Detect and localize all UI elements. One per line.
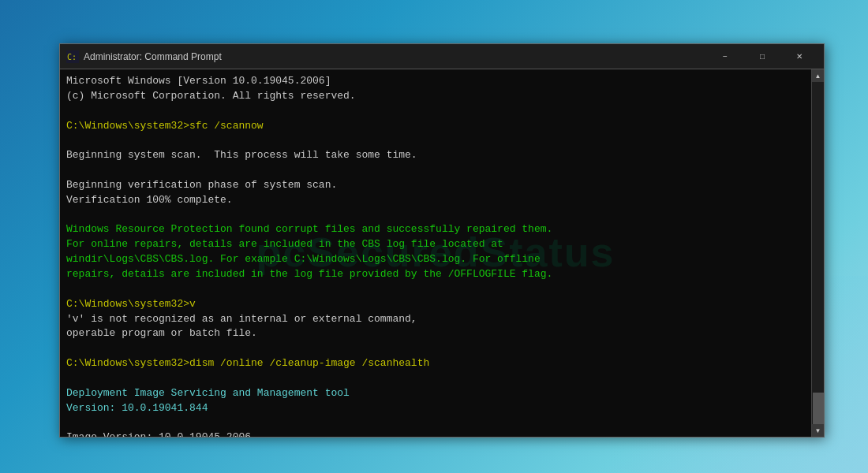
command-prompt-window: C: Administrator: Command Prompt − □ ✕ p… <box>59 43 825 438</box>
restore-button[interactable]: □ <box>744 44 780 69</box>
scroll-up-arrow[interactable]: ▲ <box>812 69 825 82</box>
svg-text:C:: C: <box>67 53 77 61</box>
terminal-output[interactable]: pcSecuredStatus Microsoft Windows [Versi… <box>60 69 811 437</box>
window-controls: − □ ✕ <box>707 44 817 69</box>
terminal-lines: Microsoft Windows [Version 10.0.19045.20… <box>66 74 805 437</box>
minimize-button[interactable]: − <box>707 44 743 69</box>
title-bar: C: Administrator: Command Prompt − □ ✕ <box>60 44 824 69</box>
scroll-thumb[interactable] <box>813 393 824 424</box>
terminal-body: pcSecuredStatus Microsoft Windows [Versi… <box>60 69 824 437</box>
window-title: Administrator: Command Prompt <box>84 51 707 62</box>
scrollbar[interactable]: ▲ ▼ <box>811 69 824 437</box>
scroll-down-arrow[interactable]: ▼ <box>812 424 825 437</box>
cmd-icon: C: <box>66 50 79 63</box>
close-button[interactable]: ✕ <box>781 44 817 69</box>
scroll-track <box>812 82 824 424</box>
